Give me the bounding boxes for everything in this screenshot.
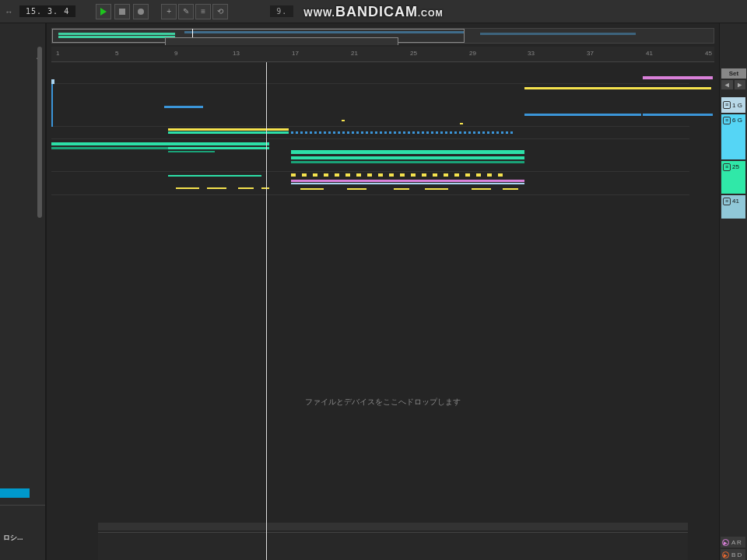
tool-loop[interactable]: ⟲ [212,4,228,19]
tool-plus[interactable]: + [161,4,177,19]
midi-clip[interactable] [643,76,713,79]
song-position[interactable]: 15. 3. 4 [19,5,75,17]
drop-files-hint: ファイルとデバイスをここへドロップします [305,397,461,408]
stop-button[interactable] [114,4,130,19]
loop-brace[interactable] [165,37,398,45]
track-row[interactable] [51,139,689,172]
track-row[interactable] [51,70,689,84]
arrangement-view[interactable]: 1 5 9 13 17 21 25 29 33 37 41 45 [47,23,719,560]
track-lanes[interactable] [51,70,689,513]
midi-icon: ≡ [723,163,731,171]
record-button[interactable] [133,4,149,19]
horizontal-scrollbar[interactable] [98,523,688,530]
playhead[interactable] [266,62,267,560]
track-row[interactable] [51,127,689,139]
midi-icon: ≡ [723,101,731,109]
midi-icon: ≡ [723,198,731,205]
track-header[interactable]: ≡1 G [721,97,745,113]
browser-selected-item[interactable] [0,488,30,498]
beat-ruler[interactable]: 1 5 9 13 17 21 25 29 33 37 41 45 [51,47,714,62]
transport-bar: ↔ 15. 3. 4 + ✎ ≡ ⟲ 9. [0,0,747,23]
tool-quantize[interactable]: ≡ [195,4,211,19]
play-icon: ▶ [722,539,729,546]
stat-display[interactable]: 9. [270,5,293,17]
link-icon[interactable]: ↔ [5,7,13,16]
nav-next[interactable]: ► [735,80,746,89]
browser-panel: ▲ ロシ... [0,23,47,560]
return-track-a[interactable]: ▶A R [721,537,745,548]
play-button[interactable] [96,4,111,19]
return-track-area[interactable] [98,532,688,560]
track-row[interactable] [51,84,689,127]
browser-footer-item[interactable]: ロシ... [3,533,23,543]
track-header[interactable]: ≡41 [721,195,745,219]
tool-pencil[interactable]: ✎ [178,4,194,19]
svg-point-1 [138,9,144,15]
nav-prev[interactable]: ◄ [721,80,733,89]
set-button[interactable]: Set [721,68,746,79]
midi-icon: ≡ [723,117,731,124]
browser-scrollbar[interactable] [37,47,42,218]
play-icon: ▶ [722,551,729,558]
track-header[interactable]: ≡6 G [721,114,745,159]
svg-rect-0 [119,9,125,15]
track-header[interactable]: ≡25 [721,161,745,194]
return-track-b[interactable]: ▶B D [721,549,745,560]
track-header-panel: Set ◄ ► ≡1 G ≡6 G ≡25 ≡41 ▶A R ▶B D [719,23,747,560]
track-row[interactable] [51,172,689,195]
